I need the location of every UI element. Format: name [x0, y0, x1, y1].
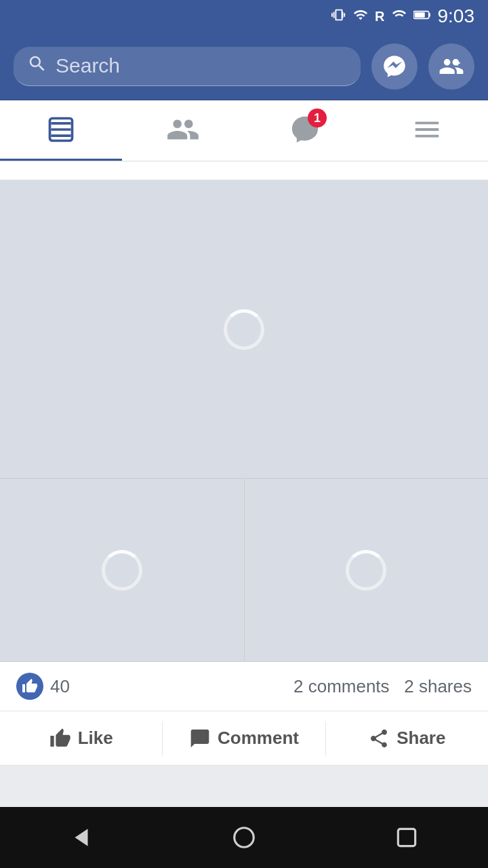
action-buttons: Like Comment Share	[0, 711, 488, 766]
svg-rect-2	[414, 12, 424, 18]
shares-count: 2 shares	[404, 676, 472, 696]
reactions-left: 40	[16, 673, 70, 700]
like-badge	[16, 673, 43, 700]
notification-badge: 1	[308, 108, 327, 127]
search-bar[interactable]: Search	[14, 47, 361, 86]
sub-images	[0, 479, 488, 662]
signal-r-icon: R	[375, 9, 384, 24]
messenger-button[interactable]	[371, 43, 418, 90]
comments-count: 2 comments	[293, 676, 390, 696]
share-label: Share	[396, 728, 445, 749]
status-time: 9:03	[438, 5, 475, 27]
sub-image-left-spinner	[102, 550, 142, 591]
wifi-icon	[353, 7, 368, 26]
svg-marker-4	[75, 829, 88, 846]
battery-icon	[413, 7, 431, 26]
reactions-right: 2 comments 2 shares	[293, 676, 472, 697]
content: 40 2 comments 2 shares Like Comment S	[0, 161, 488, 868]
nav-bar: 1	[0, 100, 488, 161]
nav-item-menu[interactable]	[366, 100, 488, 161]
svg-point-5	[235, 828, 254, 848]
nav-item-friends[interactable]	[122, 100, 244, 161]
sub-image-right	[245, 479, 489, 661]
android-nav	[0, 807, 488, 868]
reactions-count: 40	[50, 676, 70, 697]
back-button[interactable]	[54, 810, 108, 865]
recent-apps-button[interactable]	[380, 810, 434, 865]
vibrate-icon	[331, 7, 346, 26]
search-icon	[27, 54, 47, 79]
like-label: Like	[78, 728, 113, 749]
post-card: 40 2 comments 2 shares Like Comment S	[0, 180, 488, 766]
reactions-row: 40 2 comments 2 shares	[0, 662, 488, 711]
svg-rect-1	[428, 13, 430, 16]
sub-image-right-spinner	[346, 550, 386, 591]
nav-item-notifications[interactable]: 1	[244, 100, 366, 161]
status-icons: R 9:03	[331, 5, 474, 27]
signal-icon	[392, 7, 407, 26]
nav-item-news-feed[interactable]	[0, 100, 122, 161]
search-placeholder: Search	[56, 54, 120, 77]
main-image-spinner	[224, 309, 264, 350]
comment-button[interactable]: Comment	[163, 711, 325, 765]
partial-post-hint	[0, 161, 488, 180]
post-images	[0, 180, 488, 662]
header: Search	[0, 33, 488, 100]
share-button[interactable]: Share	[326, 711, 488, 765]
like-button[interactable]: Like	[0, 711, 162, 765]
friend-requests-button[interactable]	[428, 43, 474, 90]
svg-rect-6	[398, 829, 415, 846]
sub-image-left	[0, 479, 245, 661]
status-bar: R 9:03	[0, 0, 488, 33]
main-image	[0, 180, 488, 479]
home-button[interactable]	[217, 810, 271, 865]
comment-label: Comment	[218, 728, 299, 749]
